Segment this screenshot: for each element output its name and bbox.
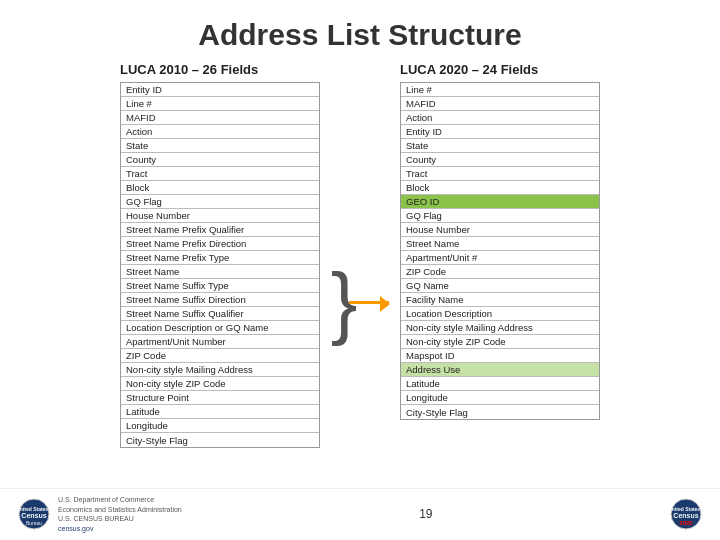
luca2010-field-item: Action [121,125,319,139]
luca2020-column: LUCA 2020 – 24 Fields Line #MAFIDActionE… [400,62,600,420]
luca2010-field-item: Non-city style Mailing Address [121,363,319,377]
luca2010-field-item: Street Name Suffix Type [121,279,319,293]
luca2010-field-item: Street Name Suffix Qualifier [121,307,319,321]
luca2020-field-item: Address Use [401,363,599,377]
luca2020-field-item: Longitude [401,391,599,405]
luca2010-field-item: Structure Point [121,391,319,405]
census2020-seal: United States® Census 2020 [670,498,702,530]
footer-gov-info: U.S. Department of Commerce Economics an… [58,495,182,534]
luca2010-field-item: ZIP Code [121,349,319,363]
page-title: Address List Structure [198,18,521,52]
brace-arrow-section: } [320,92,400,488]
gov-line3: U.S. CENSUS BUREAU [58,514,182,524]
luca2010-field-item: County [121,153,319,167]
page: Address List Structure LUCA 2010 – 26 Fi… [0,0,720,540]
svg-text:2020: 2020 [679,520,693,526]
luca2010-field-item: Tract [121,167,319,181]
luca2020-field-item: House Number [401,223,599,237]
footer-right: United States® Census 2020 [670,498,702,530]
page-number: 19 [419,507,432,521]
luca2020-field-item: Non-city style ZIP Code [401,335,599,349]
luca2010-field-item: City-Style Flag [121,433,319,447]
luca2010-field-item: Street Name Suffix Direction [121,293,319,307]
luca2020-field-item: City-Style Flag [401,405,599,419]
luca2010-field-item: Longitude [121,419,319,433]
luca2020-field-item: Location Description [401,307,599,321]
luca2020-field-item: Non-city style Mailing Address [401,321,599,335]
luca2020-field-item: Line # [401,83,599,97]
luca2010-field-item: State [121,139,319,153]
columns-area: LUCA 2010 – 26 Fields Entity IDLine #MAF… [0,62,720,488]
footer: United States® Census Bureau U.S. Depart… [0,488,720,540]
footer-center: 19 [419,507,432,521]
luca2020-heading: LUCA 2020 – 24 Fields [400,62,538,77]
footer-left: United States® Census Bureau U.S. Depart… [18,495,182,534]
luca2020-field-item: County [401,153,599,167]
luca2010-field-item: House Number [121,209,319,223]
luca2020-field-item: ZIP Code [401,265,599,279]
luca2010-field-item: Location Description or GQ Name [121,321,319,335]
luca2010-field-item: Block [121,181,319,195]
luca2020-field-item: Latitude [401,377,599,391]
luca2010-heading: LUCA 2010 – 26 Fields [120,62,258,77]
luca2020-field-item: GQ Name [401,279,599,293]
luca2010-field-item: Apartment/Unit Number [121,335,319,349]
luca2020-field-list: Line #MAFIDActionEntity IDStateCountyTra… [400,82,600,420]
luca2010-field-item: Street Name Prefix Direction [121,237,319,251]
svg-text:Census: Census [673,512,698,519]
gov-line2: Economics and Statistics Administration [58,505,182,515]
svg-text:Census: Census [21,512,46,519]
luca2010-field-item: Entity ID [121,83,319,97]
luca2020-field-item: Street Name [401,237,599,251]
luca2020-field-item: GEO ID [401,195,599,209]
luca2010-field-item: Street Name Prefix Type [121,251,319,265]
brace-arrow: } [331,262,390,342]
luca2010-column: LUCA 2010 – 26 Fields Entity IDLine #MAF… [120,62,320,448]
svg-text:Bureau: Bureau [26,520,42,526]
luca2020-field-item: Entity ID [401,125,599,139]
luca2010-field-item: Street Name Prefix Qualifier [121,223,319,237]
luca2010-field-item: GQ Flag [121,195,319,209]
luca2020-field-item: Action [401,111,599,125]
luca2010-field-list: Entity IDLine #MAFIDActionStateCountyTra… [120,82,320,448]
arrow-icon [349,301,389,304]
luca2010-field-item: Non-city style ZIP Code [121,377,319,391]
luca2010-field-item: Latitude [121,405,319,419]
luca2020-field-item: MAFID [401,97,599,111]
luca2010-field-item: Street Name [121,265,319,279]
luca2020-field-item: Facility Name [401,293,599,307]
luca2020-field-item: State [401,139,599,153]
gov-line4: census.gov [58,524,182,534]
luca2010-field-item: MAFID [121,111,319,125]
luca2020-field-item: Block [401,181,599,195]
luca2020-field-item: Mapspot ID [401,349,599,363]
luca2020-field-item: GQ Flag [401,209,599,223]
luca2010-field-item: Line # [121,97,319,111]
luca2020-field-item: Tract [401,167,599,181]
census-bureau-seal: United States® Census Bureau [18,498,50,530]
gov-line1: U.S. Department of Commerce [58,495,182,505]
luca2020-field-item: Apartment/Unit # [401,251,599,265]
